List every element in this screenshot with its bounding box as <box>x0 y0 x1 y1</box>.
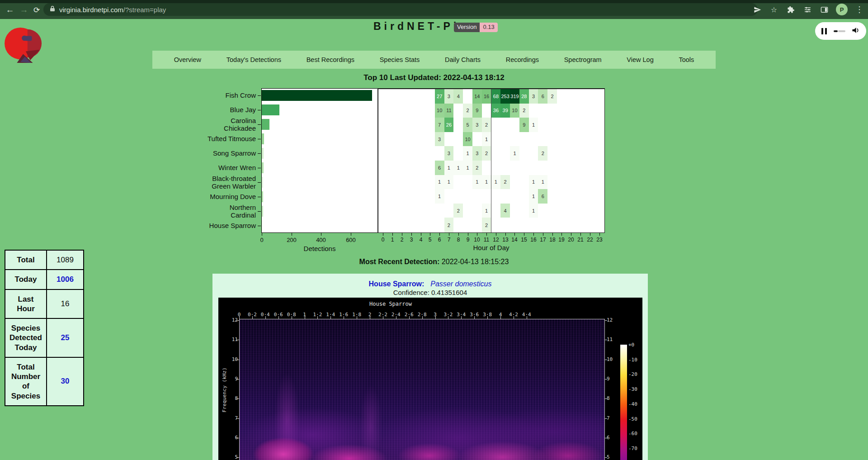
bar-x-tick-label: 0 <box>253 237 271 243</box>
heatmap-cell: 2 <box>444 218 454 232</box>
heatmap-cell: 3 <box>444 146 454 161</box>
spectro-y-tick <box>236 320 239 321</box>
hour-tick-label: 23 <box>593 237 606 243</box>
heatmap-cell <box>425 132 435 147</box>
spectro-y-tick-right <box>604 360 607 360</box>
hour-tick <box>552 233 553 236</box>
stats-row: Species Detected Today25 <box>5 318 84 357</box>
heatmap-cell: 1 <box>482 132 492 147</box>
hour-tick <box>505 233 506 236</box>
heatmap-cell <box>406 104 416 119</box>
heatmap-cell: 1 <box>472 175 482 190</box>
heatmap-cell <box>585 204 595 218</box>
heatmap-cell <box>463 175 473 190</box>
heatmap-cell: 3 <box>435 132 445 147</box>
bar-x-tick-label: 600 <box>342 237 360 243</box>
species-label: House Sparrow <box>203 222 256 230</box>
heatmap-cell <box>397 175 407 190</box>
detection-bar <box>262 148 264 159</box>
species-tick <box>258 197 261 197</box>
spectro-left-axis <box>239 319 240 460</box>
hour-tick <box>571 233 571 236</box>
detection-bar <box>262 220 262 231</box>
heatmap-cell: 1 <box>482 175 492 190</box>
heatmap-cell: 1 <box>510 146 520 161</box>
heatmap-cell: 3 <box>529 89 539 104</box>
stats-row: Today1006 <box>5 270 84 289</box>
heatmap-cell <box>491 118 501 133</box>
heatmap-cell <box>547 161 557 175</box>
hour-tick <box>514 233 515 236</box>
detection-common-name[interactable]: House Sparrow: <box>369 280 425 288</box>
heatmap-cell <box>416 146 426 161</box>
heatmap-cell <box>416 189 426 204</box>
spectro-x-tick <box>409 316 410 319</box>
heatmap-cell <box>566 218 576 232</box>
heatmap-cell <box>529 161 539 175</box>
heatmap-cell: 1 <box>435 189 445 204</box>
heatmap-cell: 9 <box>472 104 482 119</box>
heatmap-cell: 16 <box>482 89 492 104</box>
heatmap-cell <box>463 204 473 218</box>
heatmap-cell <box>500 218 510 232</box>
heatmap-cell: 2 <box>463 104 473 119</box>
spectro-x-tick <box>474 316 475 319</box>
heatmap-cell <box>585 118 595 133</box>
heatmap-cell <box>482 161 492 175</box>
heatmap-cell <box>406 132 416 147</box>
heatmap-cell <box>585 132 595 147</box>
spectro-x-tick <box>278 316 279 319</box>
heatmap-cell <box>388 104 398 119</box>
heatmap-cell <box>388 161 398 175</box>
heatmap-cell: 1 <box>482 204 492 218</box>
heatmap-cell <box>557 218 567 232</box>
stats-value[interactable]: 1006 <box>47 270 84 289</box>
species-label: Fish Crow <box>203 92 256 100</box>
spectro-y-tick-label-right: 7 <box>607 415 618 421</box>
heatmap-cell <box>406 89 416 104</box>
species-label: Blue Jay <box>203 106 256 114</box>
detection-scientific-name[interactable]: Passer domesticus <box>430 280 491 288</box>
heatmap-cell <box>510 175 520 190</box>
stats-value[interactable]: 30 <box>47 357 84 406</box>
heatmap-cell <box>594 189 604 204</box>
spectro-x-tick <box>487 316 488 319</box>
detection-bar <box>262 162 264 173</box>
hour-tick <box>590 233 590 236</box>
heatmap-cell <box>406 175 416 190</box>
heatmap-cell <box>425 89 435 104</box>
heatmap-cell <box>594 161 604 175</box>
heatmap-cell <box>576 161 586 175</box>
heatmap-cell <box>529 218 539 232</box>
species-tick <box>258 110 261 110</box>
spectro-x-tick <box>317 316 318 319</box>
spectro-x-tick <box>527 316 527 319</box>
heatmap-cell <box>519 146 529 161</box>
species-tick <box>258 95 261 96</box>
hour-tick <box>439 233 440 236</box>
spectro-x-tick <box>292 316 292 319</box>
bar-x-tick <box>351 233 351 236</box>
heatmap-cell <box>482 189 492 204</box>
heatmap-cell <box>491 204 501 218</box>
heatmap-cell: 1 <box>453 161 463 175</box>
hour-tick <box>468 233 468 236</box>
heatmap-cell: 3 <box>472 118 482 133</box>
stats-value[interactable]: 25 <box>47 318 84 357</box>
heatmap-cell <box>585 104 595 119</box>
colorbar-tick-label: -40 <box>628 401 637 407</box>
spectrogram-image <box>240 319 604 460</box>
heatmap-cell <box>472 132 482 147</box>
species-tick <box>258 168 261 168</box>
heatmap-cell <box>519 204 529 218</box>
heatmap-cell <box>510 218 520 232</box>
heatmap-cell <box>585 175 595 190</box>
heatmap-cell <box>416 104 426 119</box>
heatmap-cell <box>491 161 501 175</box>
heatmap-cell <box>491 132 501 147</box>
heatmap-cell <box>378 132 388 147</box>
heatmap-cell: 3 <box>472 146 482 161</box>
spectro-x-tick <box>265 316 266 319</box>
heatmap-cell <box>510 161 520 175</box>
heatmap-cell: 1 <box>435 175 445 190</box>
